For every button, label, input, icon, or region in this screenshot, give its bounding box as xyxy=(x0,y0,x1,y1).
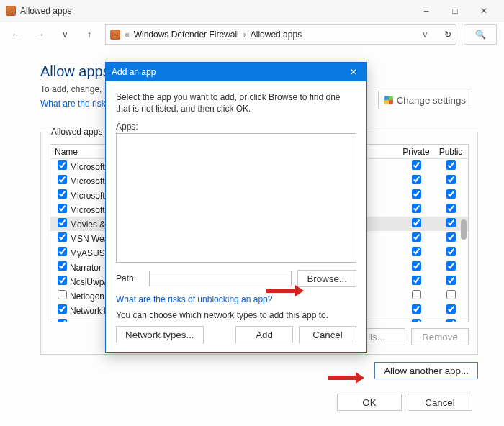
annotation-arrow xyxy=(266,289,297,293)
dialog-title: Add an app xyxy=(112,67,156,77)
row-private-checkbox[interactable] xyxy=(412,290,421,299)
row-name: MyASUS xyxy=(70,248,105,258)
row-enable-checkbox[interactable] xyxy=(58,204,67,213)
refresh-icon[interactable]: ↻ xyxy=(444,30,451,40)
row-name: News xyxy=(70,320,91,322)
row-enable-checkbox[interactable] xyxy=(58,319,67,322)
minimize-button[interactable]: – xyxy=(412,0,441,22)
row-private-checkbox[interactable] xyxy=(412,247,421,256)
add-button[interactable]: Add xyxy=(235,326,293,343)
row-private-checkbox[interactable] xyxy=(412,218,421,227)
dialog-instructions: Select the app you want to add, or click… xyxy=(116,91,356,114)
path-label: Path: xyxy=(116,273,143,284)
row-public-checkbox[interactable] xyxy=(446,261,456,271)
search-icon: 🔍 xyxy=(475,30,486,40)
row-enable-checkbox[interactable] xyxy=(58,261,67,271)
remove-button[interactable]: Remove xyxy=(411,328,469,345)
row-public-checkbox[interactable] xyxy=(446,160,456,170)
row-enable-checkbox[interactable] xyxy=(58,160,67,170)
row-private-checkbox[interactable] xyxy=(412,319,421,322)
row-enable-checkbox[interactable] xyxy=(58,247,67,256)
row-public-checkbox[interactable] xyxy=(446,247,456,256)
row-enable-checkbox[interactable] xyxy=(58,276,67,285)
scrollbar-thumb[interactable] xyxy=(461,219,467,240)
up-button[interactable]: ↑ xyxy=(81,26,98,43)
risks-link[interactable]: What are the risk xyxy=(40,99,106,109)
browse-button[interactable]: Browse... xyxy=(297,270,356,287)
change-settings-label: Change settings xyxy=(397,95,466,106)
firewall-icon xyxy=(110,30,120,40)
row-enable-checkbox[interactable] xyxy=(58,290,67,299)
forward-button[interactable]: → xyxy=(32,26,49,43)
row-public-checkbox[interactable] xyxy=(446,304,456,314)
row-private-checkbox[interactable] xyxy=(412,304,421,314)
row-public-checkbox[interactable] xyxy=(446,189,456,199)
row-public-checkbox[interactable] xyxy=(446,276,456,285)
change-settings-button[interactable]: Change settings xyxy=(378,91,472,109)
row-private-checkbox[interactable] xyxy=(412,189,421,199)
back-button[interactable]: ← xyxy=(7,26,24,43)
row-private-checkbox[interactable] xyxy=(412,204,421,213)
network-types-button[interactable]: Network types... xyxy=(116,326,204,343)
row-private-checkbox[interactable] xyxy=(412,160,421,170)
row-public-checkbox[interactable] xyxy=(446,319,456,322)
row-public-checkbox[interactable] xyxy=(446,232,456,242)
add-app-dialog: Add an app ✕ Select the app you want to … xyxy=(105,62,367,353)
col-public[interactable]: Public xyxy=(433,147,468,157)
row-private-checkbox[interactable] xyxy=(412,232,421,242)
window-title: Allowed apps xyxy=(20,6,71,16)
cancel-button[interactable]: Cancel xyxy=(408,394,472,411)
chevron-left-icon: « xyxy=(125,30,130,40)
search-box[interactable]: 🔍 xyxy=(464,24,497,45)
row-name: Narrator xyxy=(70,263,102,273)
apps-listbox[interactable] xyxy=(116,133,356,263)
group-label: Allowed apps a xyxy=(48,127,112,137)
choose-network-text: You can choose which network types to ad… xyxy=(116,310,356,320)
row-private-checkbox[interactable] xyxy=(412,175,421,184)
breadcrumb-leaf[interactable]: Allowed apps xyxy=(251,30,302,40)
breadcrumb-root[interactable]: Windows Defender Firewall xyxy=(134,30,239,40)
unblock-risks-link[interactable]: What are the risks of unblocking an app? xyxy=(116,294,356,304)
row-enable-checkbox[interactable] xyxy=(58,232,67,242)
row-public-checkbox[interactable] xyxy=(446,218,456,227)
nav-row: ← → ∨ ↑ « Windows Defender Firewall › Al… xyxy=(0,22,504,47)
allow-another-app-button[interactable]: Allow another app... xyxy=(374,362,478,379)
row-enable-checkbox[interactable] xyxy=(58,304,67,314)
dialog-titlebar[interactable]: Add an app ✕ xyxy=(106,63,366,81)
recent-button[interactable]: ∨ xyxy=(56,26,73,43)
row-public-checkbox[interactable] xyxy=(446,175,456,184)
chevron-down-icon[interactable]: ∨ xyxy=(422,30,428,40)
address-bar[interactable]: « Windows Defender Firewall › Allowed ap… xyxy=(105,24,456,45)
dialog-cancel-button[interactable]: Cancel xyxy=(299,326,356,343)
annotation-arrow xyxy=(328,376,357,380)
row-private-checkbox[interactable] xyxy=(412,261,421,271)
ok-button[interactable]: OK xyxy=(337,394,402,411)
row-enable-checkbox[interactable] xyxy=(58,189,67,199)
apps-list-label: Apps: xyxy=(116,122,356,132)
row-public-checkbox[interactable] xyxy=(446,290,456,299)
firewall-icon xyxy=(6,6,16,16)
row-enable-checkbox[interactable] xyxy=(58,175,67,184)
row-public-checkbox[interactable] xyxy=(446,204,456,213)
close-window-button[interactable]: ✕ xyxy=(469,0,498,22)
row-private-checkbox[interactable] xyxy=(412,276,421,285)
footer-button-row: OK Cancel xyxy=(0,386,504,411)
chevron-right-icon: › xyxy=(243,30,246,40)
row-enable-checkbox[interactable] xyxy=(58,218,67,227)
window-titlebar: Allowed apps – □ ✕ xyxy=(0,0,504,22)
maximize-button[interactable]: □ xyxy=(441,0,469,22)
col-private[interactable]: Private xyxy=(399,147,433,157)
path-input[interactable] xyxy=(149,271,292,286)
dialog-close-button[interactable]: ✕ xyxy=(346,67,361,77)
shield-icon xyxy=(384,96,393,104)
